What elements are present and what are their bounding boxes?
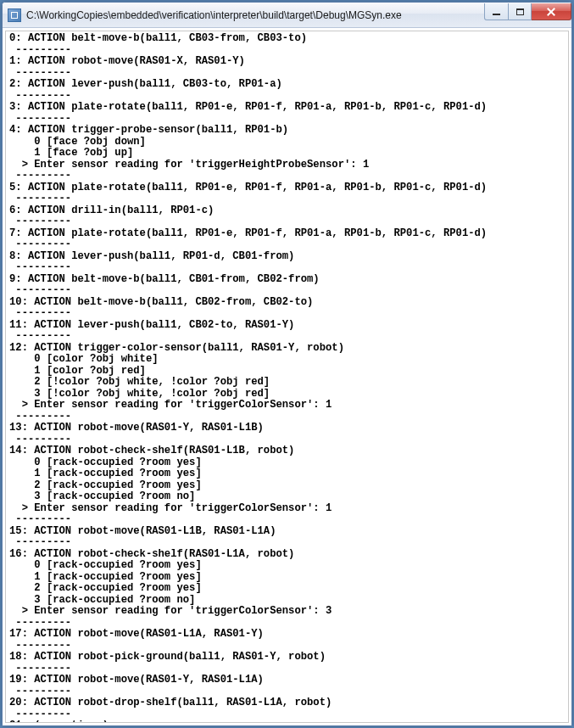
console-line: ---------: [9, 618, 565, 630]
console-line: 11: ACTION lever-push(ball1, CB02-to, RA…: [9, 320, 565, 332]
console-line: 1 [color ?obj red]: [9, 366, 565, 378]
console-line: ---------: [9, 686, 565, 698]
console-line: 0 [face ?obj down]: [9, 137, 565, 148]
console-line: 3 [rack-occupied ?room no]: [9, 491, 565, 503]
console-line: > Enter sensor reading for 'triggerColor…: [9, 606, 565, 618]
console-line: 2: ACTION lever-push(ball1, CB03-to, RP0…: [9, 79, 565, 91]
console-line: 1 [rack-occupied ?room yes]: [9, 468, 565, 480]
console-line: 14: ACTION robot-check-shelf(RAS01-L1B, …: [9, 445, 565, 457]
console-line: ---------: [9, 308, 565, 320]
titlebar[interactable]: C:\WorkingCopies\embedded\verification\i…: [3, 3, 571, 28]
client-area: 0: ACTION belt-move-b(ball1, CB03-from, …: [5, 31, 569, 723]
console-line: ---------: [9, 171, 565, 182]
close-icon: [546, 8, 556, 16]
console-line: 5: ACTION plate-rotate(ball1, RP01-e, RP…: [9, 182, 565, 194]
maximize-icon: [516, 8, 524, 15]
console-line: ---------: [9, 285, 565, 297]
minimize-button[interactable]: [484, 3, 509, 20]
console-line: ---------: [9, 664, 565, 675]
window-controls: [484, 3, 571, 20]
console-line: > Enter sensor reading for 'triggerColor…: [9, 503, 565, 515]
console-line: ---------: [9, 641, 565, 652]
console-line: ---------: [9, 434, 565, 446]
console-line: 4: ACTION trigger-probe-sensor(ball1, RP…: [9, 125, 565, 137]
console-line: 12: ACTION trigger-color-sensor(ball1, R…: [9, 343, 565, 355]
console-line: 16: ACTION robot-check-shelf(RAS01-L1A, …: [9, 549, 565, 561]
console-line: > Enter sensor reading for 'triggerColor…: [9, 400, 565, 412]
console-line: ---------: [9, 239, 565, 251]
minimize-icon: [493, 14, 500, 15]
console-line: 0 [rack-occupied ?room yes]: [9, 457, 565, 469]
console-line: 10: ACTION belt-move-b(ball1, CB02-from,…: [9, 297, 565, 309]
console-output[interactable]: 0: ACTION belt-move-b(ball1, CB03-from, …: [6, 31, 568, 722]
console-line: 3 [rack-occupied ?room no]: [9, 595, 565, 607]
console-line: ---------: [9, 114, 565, 126]
console-line: 8: ACTION lever-push(ball1, RP01-d, CB01…: [9, 251, 565, 263]
console-line: ---------: [9, 91, 565, 103]
console-line: 2 [rack-occupied ?room yes]: [9, 480, 565, 492]
app-icon: [8, 8, 21, 22]
console-line: 13: ACTION robot-move(RAS01-Y, RAS01-L1B…: [9, 423, 565, 434]
console-line: 19: ACTION robot-move(RAS01-Y, RAS01-L1A…: [9, 675, 565, 686]
console-line: ---------: [9, 216, 565, 228]
console-line: 18: ACTION robot-pick-ground(ball1, RAS0…: [9, 652, 565, 664]
console-line: ---------: [9, 537, 565, 549]
console-line: ---------: [9, 262, 565, 274]
console-line: ---------: [9, 193, 565, 205]
console-line: 0 [rack-occupied ?room yes]: [9, 560, 565, 572]
console-line: 6: ACTION drill-in(ball1, RP01-c): [9, 205, 565, 217]
console-line: 15: ACTION robot-move(RAS01-L1B, RAS01-L…: [9, 526, 565, 538]
console-line: 1 [face ?obj up]: [9, 148, 565, 160]
console-line: 3 [!color ?obj white, !color ?obj red]: [9, 389, 565, 400]
console-line: 1: ACTION robot-move(RAS01-X, RAS01-Y): [9, 56, 565, 68]
application-window: C:\WorkingCopies\embedded\verification\i…: [2, 2, 572, 726]
console-line: 0 [color ?obj white]: [9, 354, 565, 366]
console-line: ---------: [9, 709, 565, 721]
console-line: ---------: [9, 514, 565, 526]
console-line: 7: ACTION plate-rotate(ball1, RP01-e, RP…: [9, 228, 565, 240]
maximize-button[interactable]: [509, 3, 532, 20]
console-line: ---------: [9, 68, 565, 80]
console-line: 9: ACTION belt-move-b(ball1, CB01-from, …: [9, 274, 565, 286]
console-line: 20: ACTION robot-drop-shelf(ball1, RAS01…: [9, 697, 565, 709]
window-title: C:\WorkingCopies\embedded\verification\i…: [26, 9, 484, 21]
console-line: 1 [rack-occupied ?room yes]: [9, 572, 565, 584]
console-line: 2 [rack-occupied ?room yes]: [9, 583, 565, 595]
console-line: 17: ACTION robot-move(RAS01-L1A, RAS01-Y…: [9, 629, 565, 641]
console-line: 2 [!color ?obj white, !color ?obj red]: [9, 377, 565, 389]
console-line: 21: (no actions): [9, 720, 565, 722]
console-line: 0: ACTION belt-move-b(ball1, CB03-from, …: [9, 33, 565, 45]
console-line: ---------: [9, 331, 565, 343]
console-line: ---------: [9, 45, 565, 57]
close-button[interactable]: [532, 3, 571, 20]
console-line: 3: ACTION plate-rotate(ball1, RP01-e, RP…: [9, 102, 565, 114]
console-line: ---------: [9, 412, 565, 423]
console-line: > Enter sensor reading for 'triggerHeigh…: [9, 160, 565, 171]
